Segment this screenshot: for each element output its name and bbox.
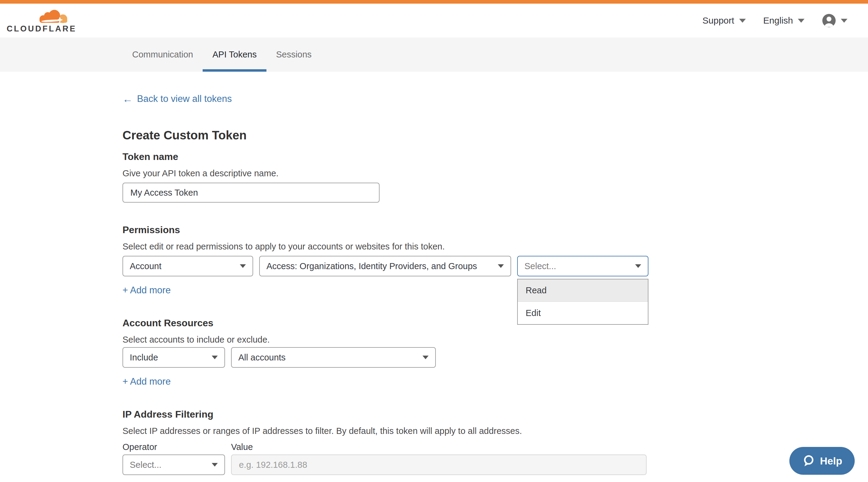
tab-label: Sessions [276,50,312,60]
permission-resource-value: Access: Organizations, Identity Provider… [267,261,477,271]
ip-operator-placeholder: Select... [130,460,161,470]
back-link-label: Back to view all tokens [137,93,232,104]
chevron-down-icon [635,264,641,268]
tab-api-tokens[interactable]: API Tokens [203,37,266,72]
support-menu[interactable]: Support [703,15,746,26]
permission-scope-select[interactable]: Account [123,256,253,277]
chevron-down-icon [423,356,429,359]
language-menu[interactable]: English [763,15,805,26]
tab-sessions[interactable]: Sessions [267,37,321,72]
resource-accounts-value: All accounts [238,353,285,362]
chevron-down-icon [798,19,805,23]
chevron-down-icon [841,19,847,23]
cloudflare-wordmark: CLOUDFLARE [7,24,76,34]
token-name-description: Give your API token a descriptive name. [123,168,868,179]
permission-scope-value: Account [130,261,161,271]
account-resources-add-more-link[interactable]: + Add more [123,376,170,387]
main-content: ← Back to view all tokens Create Custom … [0,72,868,475]
option-read[interactable]: Read [518,280,648,302]
permissions-description: Select edit or read permissions to apply… [123,242,868,252]
chat-bubble-icon [802,454,815,468]
header: CLOUDFLARE Support English [0,4,868,37]
tab-label: API Tokens [212,50,256,60]
user-avatar-icon [822,13,836,28]
language-label: English [763,15,793,26]
ip-value-input[interactable] [231,454,647,475]
token-name-heading: Token name [123,151,868,162]
resource-mode-value: Include [130,353,158,362]
cloudflare-logo[interactable]: CLOUDFLARE [7,8,76,34]
back-to-tokens-link[interactable]: ← Back to view all tokens [123,93,232,104]
value-label: Value [231,442,253,452]
help-button[interactable]: Help [789,447,855,475]
ip-filtering-row: Select... [123,454,868,475]
chevron-down-icon [240,264,246,268]
ip-filtering-heading: IP Address Filtering [123,409,868,420]
token-name-input[interactable] [123,183,379,202]
resource-mode-select[interactable]: Include [123,347,225,368]
tab-label: Communication [132,50,193,60]
profile-tabbar: Communication API Tokens Sessions [0,37,868,72]
ip-filtering-labels: Operator Value [123,442,868,452]
account-menu[interactable] [822,13,847,28]
header-controls: Support English [703,13,847,28]
account-resources-description: Select accounts to include or exclude. [123,335,868,345]
permission-resource-select[interactable]: Access: Organizations, Identity Provider… [259,256,511,277]
back-arrow-icon: ← [123,94,133,104]
permissions-add-more-link[interactable]: + Add more [123,285,170,296]
account-resources-heading: Account Resources [123,318,868,329]
chevron-down-icon [739,19,746,23]
cloudflare-cloud-icon [36,8,69,24]
page-title: Create Custom Token [123,129,868,142]
chevron-down-icon [498,264,504,268]
option-edit[interactable]: Edit [518,302,648,324]
permission-level-placeholder: Select... [524,261,556,271]
tab-communication[interactable]: Communication [123,37,203,72]
ip-filtering-description: Select IP addresses or ranges of IP addr… [123,426,868,436]
ip-operator-select[interactable]: Select... [123,454,225,475]
operator-label: Operator [123,442,225,452]
permission-level-menu: Read Edit [517,279,648,325]
permissions-row: Account Access: Organizations, Identity … [123,256,868,277]
permissions-heading: Permissions [123,224,868,235]
brand-accent-bar [0,0,868,4]
account-resources-row: Include All accounts [123,347,868,368]
resource-accounts-select[interactable]: All accounts [231,347,436,368]
support-label: Support [703,15,734,26]
permission-level-select[interactable]: Select... [517,256,648,277]
chevron-down-icon [212,356,218,359]
help-button-label: Help [820,455,842,467]
chevron-down-icon [212,463,218,467]
